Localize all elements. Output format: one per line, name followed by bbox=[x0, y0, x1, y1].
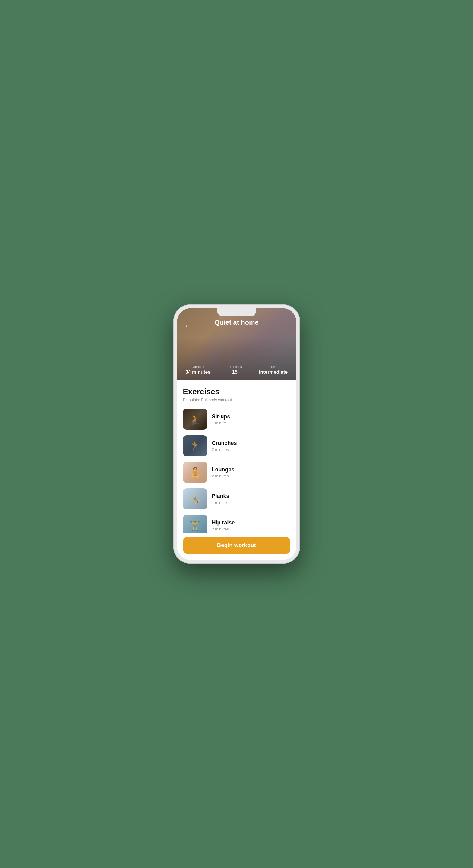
duration-value: 34 minutes bbox=[185, 370, 211, 375]
phone-screen: ‹ Quiet at home Duration 34 minutes Exer… bbox=[177, 308, 296, 560]
exercise-item[interactable]: 🤸 Planks 1 minute bbox=[183, 488, 290, 509]
exercise-thumbnail-1: 🧎 bbox=[183, 409, 207, 430]
cta-wrapper: Begin workout bbox=[177, 533, 296, 560]
exercise-name-2: Crunches bbox=[212, 440, 290, 446]
stat-exercises: Exercises 15 bbox=[228, 365, 242, 375]
duration-label: Duration bbox=[185, 365, 211, 369]
exercise-duration-4: 1 minute bbox=[212, 500, 290, 505]
exercise-name-5: Hip raise bbox=[212, 520, 290, 526]
stat-duration: Duration 34 minutes bbox=[185, 365, 211, 375]
exercise-duration-1: 1 minute bbox=[212, 421, 290, 425]
exercise-thumbnail-3: 🧘 bbox=[183, 462, 207, 483]
exercise-info-3: Lounges 2 minutes bbox=[212, 467, 290, 478]
exercises-title: Exercises bbox=[183, 387, 290, 396]
exercise-name-1: Sit-ups bbox=[212, 413, 290, 420]
exercise-item[interactable]: 🧎 Sit-ups 1 minute bbox=[183, 409, 290, 430]
exercise-item[interactable]: 🏃 Crunches 2 minutes bbox=[183, 435, 290, 456]
exercise-duration-3: 2 minutes bbox=[212, 474, 290, 478]
exercises-value: 15 bbox=[228, 370, 242, 375]
exercise-figure-1: 🧎 bbox=[183, 409, 207, 430]
exercise-duration-5: 2 minutes bbox=[212, 527, 290, 531]
exercises-subtitle: Pinpoints: Full body workout bbox=[183, 398, 290, 402]
level-label: Level bbox=[259, 365, 288, 369]
exercise-info-2: Crunches 2 minutes bbox=[212, 440, 290, 452]
level-value: Intermediate bbox=[259, 370, 288, 375]
exercise-info-1: Sit-ups 1 minute bbox=[212, 413, 290, 425]
phone-frame: ‹ Quiet at home Duration 34 minutes Exer… bbox=[173, 304, 300, 564]
exercise-item[interactable]: 🧘 Lounges 2 minutes bbox=[183, 462, 290, 483]
notch bbox=[217, 308, 256, 316]
exercise-figure-2: 🏃 bbox=[183, 435, 207, 456]
exercise-thumbnail-5: 🏋 bbox=[183, 515, 207, 536]
exercise-info-4: Planks 1 minute bbox=[212, 493, 290, 505]
stat-level: Level Intermediate bbox=[259, 365, 288, 375]
begin-workout-button[interactable]: Begin workout bbox=[183, 537, 290, 554]
exercise-duration-2: 2 minutes bbox=[212, 447, 290, 452]
exercise-name-3: Lounges bbox=[212, 467, 290, 473]
hero-section: ‹ Quiet at home Duration 34 minutes Exer… bbox=[177, 308, 296, 380]
exercise-figure-5: 🏋 bbox=[183, 515, 207, 536]
exercise-thumbnail-4: 🤸 bbox=[183, 488, 207, 509]
exercise-figure-4: 🤸 bbox=[183, 488, 207, 509]
page-title: Quiet at home bbox=[177, 318, 296, 327]
exercise-thumbnail-2: 🏃 bbox=[183, 435, 207, 456]
exercises-label: Exercises bbox=[228, 365, 242, 369]
exercise-name-4: Planks bbox=[212, 493, 290, 499]
exercise-info-5: Hip raise 2 minutes bbox=[212, 520, 290, 531]
hero-stats: Duration 34 minutes Exercises 15 Level I… bbox=[177, 365, 296, 375]
exercise-figure-3: 🧘 bbox=[183, 462, 207, 483]
exercise-item[interactable]: 🏋 Hip raise 2 minutes bbox=[183, 515, 290, 536]
